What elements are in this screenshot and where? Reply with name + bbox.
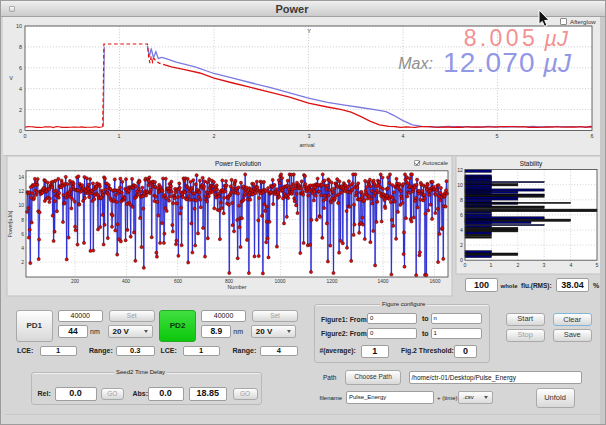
svg-text:3: 3	[543, 262, 546, 268]
svg-text:5: 5	[496, 133, 499, 139]
svg-text:1: 1	[118, 133, 121, 139]
svg-text:1200: 1200	[327, 279, 338, 284]
svg-text:Y: Y	[307, 28, 311, 34]
svg-text:8: 8	[19, 44, 22, 50]
svg-text:1600: 1600	[430, 279, 441, 284]
svg-text:4: 4	[19, 86, 22, 92]
svg-text:400: 400	[122, 279, 130, 284]
svg-text:10: 10	[457, 182, 463, 188]
svg-text:8: 8	[460, 197, 463, 203]
svg-text:0: 0	[24, 133, 27, 139]
svg-text:6: 6	[591, 133, 594, 139]
svg-text:6: 6	[21, 232, 24, 237]
svg-text:2: 2	[213, 133, 216, 139]
svg-text:2: 2	[21, 260, 24, 265]
svg-text:3: 3	[308, 133, 311, 139]
svg-text:1: 1	[490, 262, 493, 268]
svg-text:600: 600	[174, 279, 182, 284]
svg-text:14: 14	[19, 175, 25, 180]
svg-text:10: 10	[16, 23, 22, 29]
svg-text:0: 0	[464, 262, 467, 268]
svg-text:arrival: arrival	[299, 142, 314, 148]
svg-text:4: 4	[570, 262, 573, 268]
svg-text:5: 5	[596, 262, 599, 268]
svg-text:800: 800	[225, 279, 233, 284]
svg-text:Stability: Stability	[520, 160, 543, 168]
svg-text:4: 4	[460, 227, 463, 233]
svg-text:6: 6	[460, 212, 463, 218]
svg-text:1400: 1400	[378, 279, 389, 284]
svg-text:2: 2	[460, 242, 463, 248]
svg-text:2: 2	[19, 107, 22, 113]
svg-text:2: 2	[517, 262, 520, 268]
svg-text:0: 0	[19, 128, 22, 134]
svg-text:6: 6	[19, 65, 22, 71]
svg-text:V: V	[9, 75, 13, 81]
svg-text:1000: 1000	[275, 279, 286, 284]
svg-text:4: 4	[21, 246, 24, 251]
svg-text:10: 10	[19, 203, 25, 208]
svg-text:Power Evolution: Power Evolution	[215, 160, 262, 167]
svg-text:Power[uJ/s]: Power[uJ/s]	[7, 210, 13, 238]
svg-text:Number: Number	[227, 284, 246, 290]
svg-text:4: 4	[402, 133, 405, 139]
svg-text:8: 8	[21, 218, 24, 223]
svg-text:12: 12	[19, 189, 25, 194]
svg-text:12: 12	[457, 167, 463, 173]
svg-text:0: 0	[460, 257, 463, 263]
svg-text:200: 200	[71, 279, 79, 284]
